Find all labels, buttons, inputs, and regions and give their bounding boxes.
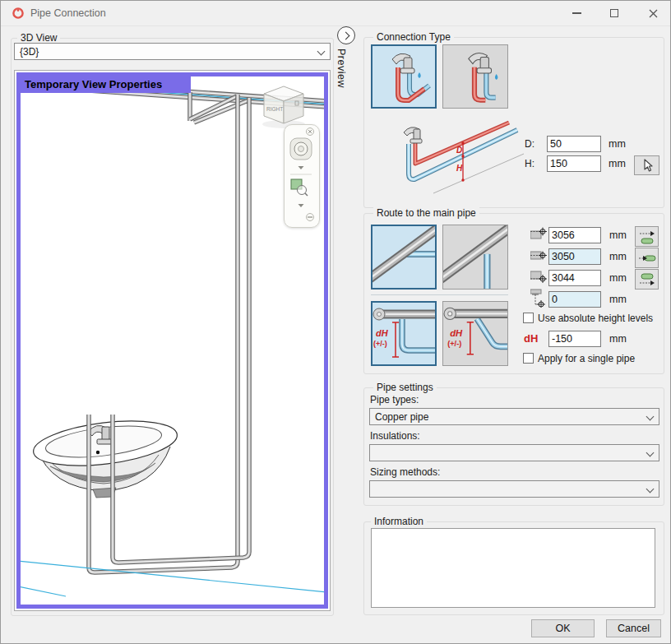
group-route-label: Route to the main pipe bbox=[373, 207, 479, 220]
ok-button[interactable]: OK bbox=[531, 619, 595, 637]
offset-center-icon bbox=[530, 247, 547, 265]
level-line bbox=[21, 561, 324, 592]
diagram-h-label: H bbox=[456, 164, 463, 173]
information-textarea[interactable] bbox=[371, 528, 655, 608]
navbar-caret-icon[interactable] bbox=[298, 166, 304, 169]
single-pipe-label: Apply for a single pipe bbox=[538, 353, 635, 364]
pipes-drawing bbox=[21, 80, 324, 572]
group-information-label: Information bbox=[371, 516, 427, 528]
pipe-types-combo[interactable]: Copper pipe bbox=[369, 408, 659, 425]
dh-thumb-label: dH bbox=[376, 328, 389, 338]
d-input[interactable] bbox=[547, 136, 601, 152]
insulations-label: Insulations: bbox=[370, 430, 420, 442]
3d-view-container: RIGHT Temporary View Properties bbox=[14, 70, 331, 611]
sink-drawing bbox=[31, 414, 180, 498]
navbar-close-icon[interactable] bbox=[307, 128, 314, 136]
dh-thumb-sublabel: (+/-) bbox=[447, 340, 461, 348]
3d-scene: RIGHT bbox=[21, 76, 324, 605]
offset-top-unit: mm bbox=[609, 229, 627, 241]
pipe-types-label: Pipe types: bbox=[370, 394, 419, 405]
group-pipe-settings-label: Pipe settings bbox=[373, 382, 437, 394]
use-absolute-label: Use absolute height levels bbox=[538, 313, 653, 324]
offset-center-unit: mm bbox=[609, 251, 627, 262]
view-selector-value: {3D} bbox=[20, 46, 39, 58]
maximize-icon bbox=[610, 9, 618, 17]
offset-bottom-icon bbox=[530, 268, 547, 286]
pipe-types-value: Copper pipe bbox=[375, 411, 428, 423]
h-label: H: bbox=[525, 158, 534, 169]
cancel-button[interactable]: Cancel bbox=[606, 619, 661, 637]
dh-thumb-label: dH bbox=[450, 328, 463, 338]
close-button[interactable] bbox=[634, 1, 671, 25]
offset-height-input[interactable] bbox=[548, 291, 601, 308]
h-input[interactable] bbox=[547, 155, 601, 172]
sizing-methods-combo[interactable] bbox=[369, 480, 659, 498]
dh-label: dH bbox=[524, 333, 538, 345]
app-icon bbox=[12, 7, 25, 20]
align-center-icon bbox=[638, 250, 656, 266]
pick-point-button[interactable] bbox=[634, 155, 659, 175]
preview-label: Preview bbox=[336, 49, 347, 88]
route-horizontal-branch-thumbnail[interactable] bbox=[371, 225, 437, 290]
window-title: Pipe Connection bbox=[30, 7, 106, 19]
d-unit: mm bbox=[609, 138, 626, 150]
viewcube[interactable]: RIGHT bbox=[262, 86, 305, 128]
dh-diagram: D H bbox=[392, 118, 540, 200]
chevron-down-icon bbox=[646, 413, 655, 421]
d-label: D: bbox=[525, 138, 534, 150]
offset-bottom-unit: mm bbox=[609, 272, 627, 284]
temporary-view-banner[interactable]: Temporary View Properties bbox=[21, 76, 191, 93]
offset-center-input[interactable] bbox=[548, 248, 601, 265]
route-dh-sloped-thumbnail[interactable]: dH (+/-) bbox=[442, 301, 508, 366]
use-absolute-checkbox[interactable] bbox=[523, 313, 534, 323]
minimize-button[interactable] bbox=[558, 1, 595, 25]
viewcube-face-label: RIGHT bbox=[266, 106, 283, 112]
level-line-2 bbox=[21, 586, 66, 596]
offset-top-icon bbox=[530, 225, 547, 243]
route-dh-rightangle-thumbnail[interactable]: dH (+/-) bbox=[371, 301, 437, 366]
sizing-methods-label: Sizing methods: bbox=[370, 466, 440, 478]
offset-height-unit: mm bbox=[609, 294, 627, 305]
minimize-icon bbox=[572, 12, 581, 13]
thumb-divider bbox=[371, 294, 508, 295]
diagram-d-label: D bbox=[456, 146, 462, 155]
group-connection-type-label: Connection Type bbox=[373, 31, 454, 44]
align-center-button[interactable] bbox=[635, 248, 659, 268]
dh-unit: mm bbox=[609, 333, 627, 345]
navbar-caret2-icon[interactable] bbox=[298, 204, 304, 207]
align-top-icon bbox=[638, 229, 656, 245]
3d-viewport[interactable]: RIGHT Temporary View Properties bbox=[16, 72, 328, 609]
dh-thumb-sublabel: (+/-) bbox=[373, 340, 387, 348]
navbar-minimize-icon[interactable] bbox=[307, 214, 314, 221]
chevron-down-icon bbox=[317, 48, 326, 56]
zoom-icon[interactable] bbox=[291, 179, 308, 196]
steering-wheel-icon[interactable] bbox=[290, 138, 312, 160]
dh-input[interactable] bbox=[548, 331, 601, 347]
navigation-bar[interactable] bbox=[284, 124, 320, 228]
align-top-button[interactable] bbox=[635, 226, 659, 247]
view-selector-combo[interactable]: {3D} bbox=[14, 43, 331, 60]
connection-type-trap-thumbnail[interactable] bbox=[371, 44, 437, 109]
maximize-button[interactable] bbox=[596, 1, 632, 25]
pipe-connection-dialog: Pipe Connection 3D View {3D} bbox=[0, 0, 671, 644]
offset-height-icon bbox=[530, 288, 547, 308]
close-icon bbox=[649, 9, 658, 18]
title-bar: Pipe Connection bbox=[1, 1, 670, 26]
chevron-right-icon bbox=[342, 31, 350, 39]
droplet-icon bbox=[418, 72, 421, 78]
cursor-arrow-icon bbox=[641, 158, 654, 173]
chevron-down-icon bbox=[646, 485, 655, 493]
align-bottom-icon bbox=[638, 271, 656, 288]
offset-top-input[interactable] bbox=[548, 227, 601, 243]
collapse-preview-button[interactable] bbox=[337, 26, 355, 44]
droplet-icon bbox=[495, 74, 498, 80]
insulations-combo[interactable] bbox=[369, 444, 659, 461]
offset-bottom-input[interactable] bbox=[548, 270, 601, 286]
route-vertical-branch-thumbnail[interactable] bbox=[442, 225, 508, 290]
chevron-down-icon bbox=[646, 449, 655, 457]
h-unit: mm bbox=[609, 158, 626, 169]
single-pipe-checkbox[interactable] bbox=[523, 353, 534, 364]
align-bottom-button[interactable] bbox=[635, 269, 659, 290]
connection-type-straight-thumbnail[interactable] bbox=[442, 44, 508, 109]
